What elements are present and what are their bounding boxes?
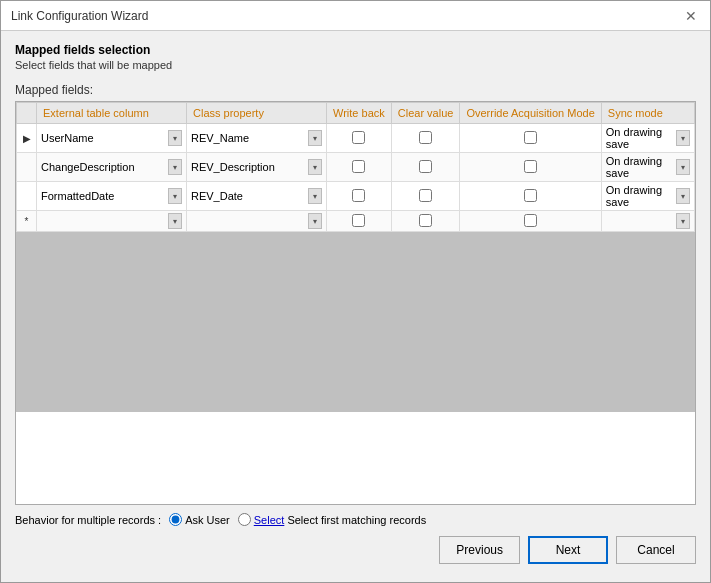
class-prop-dropdown-4[interactable]: ▾ xyxy=(308,213,322,229)
sync-mode-cell-2: On drawing save ▾ xyxy=(601,153,694,182)
clear-value-checkbox-4[interactable] xyxy=(419,214,432,227)
mapped-fields-section: Mapped fields: External table column Cla… xyxy=(15,83,696,505)
buttons-row: Previous Next Cancel xyxy=(15,536,696,570)
write-back-cell-3 xyxy=(327,182,392,211)
class-prop-cell-3: REV_Date ▾ xyxy=(187,182,327,211)
cancel-button[interactable]: Cancel xyxy=(616,536,696,564)
sync-mode-value-3: On drawing save xyxy=(606,184,674,208)
link-config-wizard-dialog: Link Configuration Wizard ✕ Mapped field… xyxy=(0,0,711,583)
write-back-checkbox-1[interactable] xyxy=(352,131,365,144)
class-prop-value-3: REV_Date xyxy=(191,190,306,202)
class-prop-value-1: REV_Name xyxy=(191,132,306,144)
row-indicator-1: ▶ xyxy=(17,124,37,153)
clear-value-cell-1 xyxy=(391,124,460,153)
override-acq-cell-2 xyxy=(460,153,601,182)
ext-col-value-2: ChangeDescription xyxy=(41,161,166,173)
select-link[interactable]: Select xyxy=(254,514,285,526)
section-desc: Select fields that will be mapped xyxy=(15,59,696,71)
class-prop-value-2: REV_Description xyxy=(191,161,306,173)
ext-col-dropdown-4[interactable]: ▾ xyxy=(168,213,182,229)
sync-mode-cell-1: On drawing save ▾ xyxy=(601,124,694,153)
col-header-override-acq: Override Acquisition Mode xyxy=(460,103,601,124)
table-row: FormattedDate ▾ REV_Date ▾ xyxy=(17,182,695,211)
title-bar: Link Configuration Wizard ✕ xyxy=(1,1,710,31)
override-acq-cell-4 xyxy=(460,211,601,232)
ext-col-dropdown-2[interactable]: ▾ xyxy=(168,159,182,175)
ask-user-label: Ask User xyxy=(185,514,230,526)
row-indicator-3 xyxy=(17,182,37,211)
ext-col-cell-1: UserName ▾ xyxy=(37,124,187,153)
table-header-row: External table column Class property Wri… xyxy=(17,103,695,124)
table-row-new: * ▾ ▾ xyxy=(17,211,695,232)
close-button[interactable]: ✕ xyxy=(682,7,700,25)
ext-col-cell-3: FormattedDate ▾ xyxy=(37,182,187,211)
ext-col-cell-4: ▾ xyxy=(37,211,187,232)
override-acq-checkbox-1[interactable] xyxy=(524,131,537,144)
col-header-sync-mode: Sync mode xyxy=(601,103,694,124)
ask-user-radio[interactable] xyxy=(169,513,182,526)
ext-col-value-3: FormattedDate xyxy=(41,190,166,202)
sync-mode-value-1: On drawing save xyxy=(606,126,674,150)
behavior-row: Behavior for multiple records : Ask User… xyxy=(15,513,696,526)
write-back-cell-2 xyxy=(327,153,392,182)
sync-mode-value-2: On drawing save xyxy=(606,155,674,179)
write-back-checkbox-3[interactable] xyxy=(352,189,365,202)
sync-mode-dropdown-2[interactable]: ▾ xyxy=(676,159,690,175)
override-acq-checkbox-2[interactable] xyxy=(524,160,537,173)
write-back-cell-4 xyxy=(327,211,392,232)
class-prop-dropdown-1[interactable]: ▾ xyxy=(308,130,322,146)
class-prop-cell-1: REV_Name ▾ xyxy=(187,124,327,153)
ext-col-value-1: UserName xyxy=(41,132,166,144)
ask-user-option[interactable]: Ask User xyxy=(169,513,230,526)
previous-button[interactable]: Previous xyxy=(439,536,520,564)
col-header-write-back: Write back xyxy=(327,103,392,124)
override-acq-cell-1 xyxy=(460,124,601,153)
select-first-radio[interactable] xyxy=(238,513,251,526)
write-back-checkbox-2[interactable] xyxy=(352,160,365,173)
sync-mode-cell-4: ▾ xyxy=(601,211,694,232)
sync-mode-dropdown-4[interactable]: ▾ xyxy=(676,213,690,229)
table-empty-area xyxy=(16,232,695,412)
class-prop-cell-2: REV_Description ▾ xyxy=(187,153,327,182)
clear-value-cell-3 xyxy=(391,182,460,211)
ext-col-dropdown-1[interactable]: ▾ xyxy=(168,130,182,146)
class-prop-dropdown-2[interactable]: ▾ xyxy=(308,159,322,175)
col-header-ext-col: External table column xyxy=(37,103,187,124)
write-back-cell-1 xyxy=(327,124,392,153)
bottom-section: Behavior for multiple records : Ask User… xyxy=(15,505,696,574)
next-button[interactable]: Next xyxy=(528,536,608,564)
table-row: ChangeDescription ▾ REV_Description ▾ xyxy=(17,153,695,182)
section-title: Mapped fields selection xyxy=(15,43,696,57)
clear-value-checkbox-2[interactable] xyxy=(419,160,432,173)
clear-value-checkbox-1[interactable] xyxy=(419,131,432,144)
override-acq-checkbox-3[interactable] xyxy=(524,189,537,202)
override-acq-cell-3 xyxy=(460,182,601,211)
mapped-fields-label: Mapped fields: xyxy=(15,83,696,97)
ext-col-dropdown-3[interactable]: ▾ xyxy=(168,188,182,204)
mapped-fields-table: External table column Class property Wri… xyxy=(16,102,695,232)
select-first-option[interactable]: Select Select first matching records xyxy=(238,513,426,526)
clear-value-cell-4 xyxy=(391,211,460,232)
clear-value-checkbox-3[interactable] xyxy=(419,189,432,202)
sync-mode-cell-3: On drawing save ▾ xyxy=(601,182,694,211)
table-row: ▶ UserName ▾ REV_Name ▾ xyxy=(17,124,695,153)
class-prop-dropdown-3[interactable]: ▾ xyxy=(308,188,322,204)
row-indicator-4: * xyxy=(17,211,37,232)
row-indicator-2 xyxy=(17,153,37,182)
dialog-body: Mapped fields selection Select fields th… xyxy=(1,31,710,582)
sync-mode-dropdown-3[interactable]: ▾ xyxy=(676,188,690,204)
col-header-class-prop: Class property xyxy=(187,103,327,124)
clear-value-cell-2 xyxy=(391,153,460,182)
override-acq-checkbox-4[interactable] xyxy=(524,214,537,227)
dialog-title: Link Configuration Wizard xyxy=(11,9,148,23)
select-first-label: Select Select first matching records xyxy=(254,514,426,526)
mapped-fields-table-container: External table column Class property Wri… xyxy=(15,101,696,505)
class-prop-cell-4: ▾ xyxy=(187,211,327,232)
sync-mode-dropdown-1[interactable]: ▾ xyxy=(676,130,690,146)
write-back-checkbox-4[interactable] xyxy=(352,214,365,227)
col-header-clear-value: Clear value xyxy=(391,103,460,124)
ext-col-cell-2: ChangeDescription ▾ xyxy=(37,153,187,182)
col-header-indicator xyxy=(17,103,37,124)
behavior-label: Behavior for multiple records : xyxy=(15,514,161,526)
